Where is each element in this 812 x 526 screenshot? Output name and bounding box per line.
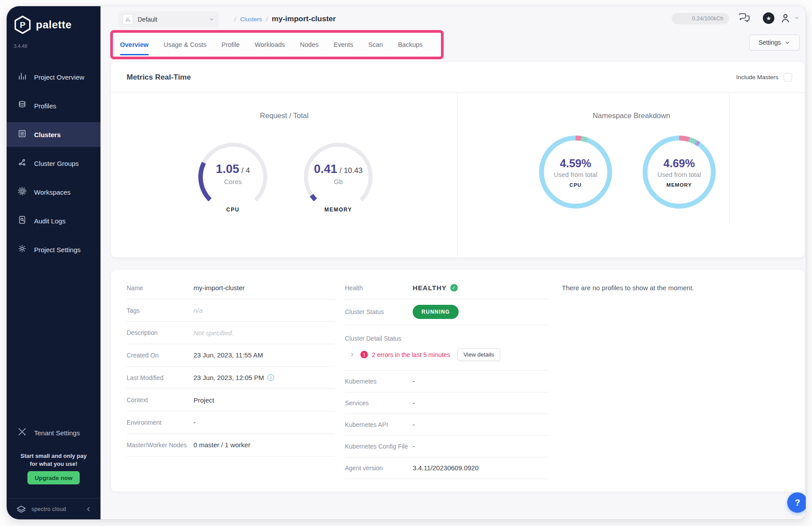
sidebar-item-cluster-groups[interactable]: Cluster Groups (7, 151, 101, 176)
include-masters-label: Include Masters (736, 74, 778, 81)
detail-row-kubernetes: Kubernetes- (345, 371, 549, 392)
svg-text:P: P (20, 20, 26, 30)
sidebar-item-audit-logs[interactable]: Audit Logs (7, 208, 101, 233)
cluster-tabs: Overview Usage & Costs Profile Workloads… (113, 33, 441, 57)
namespace-memory-donut: 4.69% Used from total MEMORY (639, 132, 719, 212)
detail-row-tags: Tagsn/a (127, 299, 335, 322)
footer-brand: spectro cloud (31, 506, 66, 512)
bar-chart-icon (17, 71, 27, 83)
breadcrumb-clusters-link[interactable]: Clusters (240, 16, 262, 23)
sidebar-item-project-settings[interactable]: Project Settings (7, 237, 101, 262)
app-window: P palette 3.4.48 Project Overview Profil… (7, 6, 806, 519)
chevron-down-icon (785, 40, 790, 46)
annotation-highlight-box: Overview Usage & Costs Profile Workloads… (110, 30, 444, 59)
detail-row-description: DescriptionNot specified. (127, 322, 335, 344)
sidebar-item-project-overview[interactable]: Project Overview (7, 65, 101, 89)
target-icon (17, 186, 27, 198)
tab-nodes[interactable]: Nodes (300, 33, 319, 57)
brand: P palette (13, 15, 72, 35)
tab-usage-costs[interactable]: Usage & Costs (164, 33, 207, 57)
layers-icon (17, 100, 27, 111)
detail-row-agent-version: Agent version3.4.11/20230609.0920 (345, 457, 549, 479)
tools-icon (17, 427, 27, 438)
tab-backups[interactable]: Backups (398, 33, 423, 57)
chat-icon[interactable] (738, 12, 750, 24)
chevron-down-icon (209, 17, 214, 22)
metrics-card-header: Metrics Real-Time Include Masters (111, 62, 804, 93)
sidebar: P palette 3.4.48 Project Overview Profil… (7, 6, 101, 519)
sidebar-item-clusters[interactable]: Clusters (7, 122, 101, 147)
detail-row-kubernetes-api: Kubernetes API- (345, 414, 549, 436)
details-left-column: Namemy-import-cluster Tagsn/a Descriptio… (127, 277, 335, 457)
expand-chevron-icon[interactable] (349, 352, 355, 357)
request-total-title: Request / Total (111, 111, 457, 120)
error-icon: ! (360, 351, 368, 358)
audit-icon (17, 215, 27, 227)
sidebar-item-tenant-settings[interactable]: Tenant Settings (7, 420, 101, 445)
metrics-card: Metrics Real-Time Include Masters Reques… (111, 62, 804, 257)
mini-chart-icon (123, 14, 133, 25)
detail-row-environment: Environment- (127, 411, 335, 434)
app-version: 3.4.48 (14, 43, 27, 49)
profiles-empty-message: There are no profiles to show at the mom… (562, 277, 791, 299)
tab-scan[interactable]: Scan (368, 33, 383, 57)
settings-button[interactable]: Settings (749, 35, 800, 50)
error-text: 2 errors in the last 5 minutes (372, 351, 450, 358)
cluster-detail-status-block: Cluster Detail Status ! 2 errors in the … (345, 325, 549, 371)
usage-quota-badge[interactable]: 0.24/100kCh (672, 13, 729, 24)
metrics-title: Metrics Real-Time (127, 73, 191, 82)
list-icon (17, 129, 27, 140)
promo-text: Start small and only pay for what you us… (7, 452, 101, 468)
details-status-column: Health HEALTHY ✓ Cluster Status RUNNING … (345, 277, 549, 479)
spectro-cloud-logo-icon (15, 503, 27, 515)
sidebar-footer: spectro cloud (7, 498, 101, 519)
sidebar-nav: Project Overview Profiles Clusters Clust… (7, 65, 101, 266)
project-selector[interactable]: Default (118, 12, 219, 27)
user-menu-chevron-icon[interactable] (794, 15, 800, 21)
detail-row-kubernetes-config-file: Kubernetes Config File- (345, 436, 549, 457)
tab-workloads[interactable]: Workloads (255, 33, 285, 57)
star-badge-icon[interactable]: ★ (763, 12, 774, 24)
main-content: Default / Clusters / my-import-cluster 0… (101, 6, 806, 519)
sidebar-item-profiles[interactable]: Profiles (7, 93, 101, 118)
detail-row-created-on: Created On23 Jun, 2023, 11:55 AM (127, 344, 335, 367)
tab-profile[interactable]: Profile (221, 33, 240, 57)
detail-row-master-worker-nodes: Master/Worker Nodes0 master / 1 worker (127, 434, 335, 457)
info-icon[interactable]: i (267, 374, 274, 381)
tab-events[interactable]: Events (333, 33, 353, 57)
health-status-text: HEALTHY (413, 284, 447, 292)
brand-name: palette (36, 19, 72, 31)
palette-logo-icon: P (13, 15, 32, 35)
detail-row-last-modified: Last Modified 23 Jun, 2023, 12:05 PMi (127, 367, 335, 389)
running-status-badge: RUNNING (413, 305, 459, 319)
healthy-check-icon: ✓ (450, 284, 458, 292)
cluster-detail-status-label: Cluster Detail Status (345, 333, 549, 344)
error-summary-row: ! 2 errors in the last 5 minutes View de… (349, 347, 549, 362)
page-title: my-import-cluster (272, 15, 336, 23)
view-details-button[interactable]: View details (457, 348, 500, 361)
collapse-sidebar-chevron-icon[interactable] (85, 506, 92, 512)
tab-overview[interactable]: Overview (120, 33, 149, 57)
network-icon (17, 157, 27, 169)
sidebar-item-workspaces[interactable]: Workspaces (7, 180, 101, 204)
detail-row-context: ContextProject (127, 389, 335, 411)
cluster-details-card: Namemy-import-cluster Tagsn/a Descriptio… (111, 270, 804, 491)
include-masters-checkbox[interactable] (784, 73, 792, 81)
namespace-cpu-donut: 4.59% Used from total CPU (536, 132, 615, 212)
user-icon[interactable] (780, 12, 791, 24)
help-button[interactable]: ? (787, 492, 806, 513)
memory-gauge: 0.41 / 10.43 Gb MEMORY (301, 139, 376, 215)
vertical-divider (457, 93, 458, 257)
profiles-column: There are no profiles to show at the mom… (562, 277, 791, 299)
cpu-gauge: 1.05 / 4 Cores CPU (195, 139, 271, 215)
detail-row-name: Namemy-import-cluster (127, 277, 335, 299)
breadcrumb: / Clusters / my-import-cluster (234, 6, 336, 32)
upgrade-now-button[interactable]: Upgrade now (27, 471, 80, 484)
detail-row-health: Health HEALTHY ✓ (345, 277, 549, 299)
gear-icon (17, 244, 27, 255)
detail-row-services: Services- (345, 392, 549, 414)
detail-row-cluster-status: Cluster Status RUNNING (345, 299, 549, 325)
metrics-body: Request / Total Namespace Breakdown 1.05… (111, 93, 804, 257)
namespace-breakdown-title: Namespace Breakdown (458, 111, 804, 120)
